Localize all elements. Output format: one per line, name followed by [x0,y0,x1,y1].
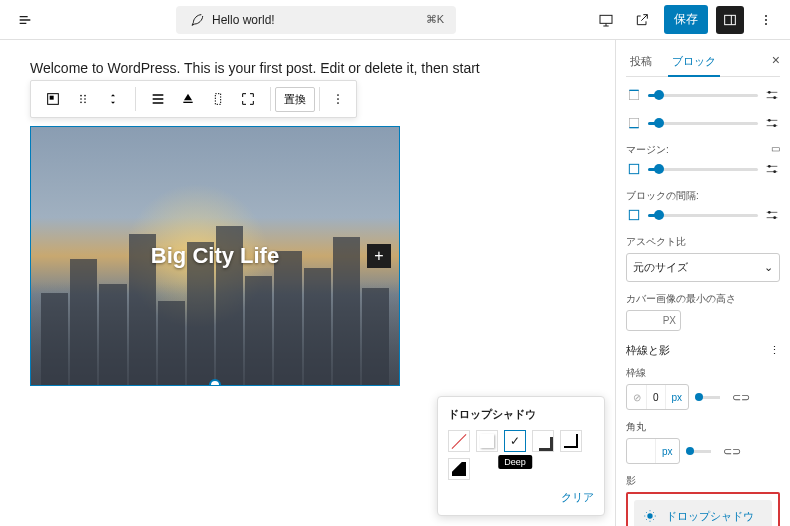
desktop-icon [598,12,614,28]
replace-media-button[interactable]: 置換 [275,87,315,112]
shadow-popover: ドロップシャドウ Deep クリア [437,396,605,516]
radius-control-row: px ⊂⊃ [626,438,780,464]
block-gap-control [626,207,780,223]
block-gap-label: ブロックの間隔: [626,189,780,203]
document-title-bar[interactable]: Hello world! ⌘K [176,6,456,34]
margin-control [626,161,780,177]
settings-sliders-icon[interactable] [764,161,780,177]
move-button[interactable] [99,85,127,113]
svg-rect-0 [600,15,612,23]
radius-slider[interactable] [686,450,711,453]
svg-rect-6 [50,96,54,100]
svg-point-30 [647,513,652,518]
shadow-popover-title: ドロップシャドウ [448,407,594,422]
radius-label: 角丸 [626,420,780,434]
side-bottom-icon [626,115,642,131]
settings-sliders-icon[interactable] [764,87,780,103]
cover-block[interactable]: Big City Life + [30,126,400,386]
post-intro-text[interactable]: Welcome to WordPress. This is your first… [30,60,585,76]
chevron-down-icon: ⌄ [764,261,773,274]
range-slider[interactable] [648,214,758,217]
add-block-button[interactable]: + [367,244,391,268]
unlink-sides-icon[interactable]: ▭ [771,143,780,154]
document-title: Hello world! [212,13,275,27]
shadow-swatch-outlined[interactable] [560,430,582,452]
border-width-slider[interactable] [695,396,720,399]
shadow-swatch-crisp[interactable] [448,458,470,480]
link-sides-icon[interactable]: ⊂⊃ [732,391,750,404]
feather-icon [188,12,204,28]
shadow-tooltip: Deep [498,455,532,469]
aspect-ratio-select[interactable]: 元のサイズ ⌄ [626,253,780,282]
block-type-button[interactable] [39,85,67,113]
gap-icon [626,207,642,223]
svg-rect-24 [629,164,638,173]
drop-shadow-button[interactable]: ドロップシャドウ [634,500,772,526]
padding-top-control [626,87,780,103]
save-button[interactable]: 保存 [664,5,708,34]
shadow-swatches: Deep [448,430,594,480]
aspect-ratio-label: アスペクト比 [626,235,780,249]
shadow-swatch-none[interactable] [448,430,470,452]
side-all-icon [626,161,642,177]
min-height-input[interactable] [626,310,681,331]
svg-point-25 [768,165,771,168]
side-top-icon [626,87,642,103]
svg-point-9 [80,98,82,100]
shadow-clear-button[interactable]: クリア [448,490,594,505]
editor-canvas[interactable]: Welcome to WordPress. This is your first… [0,40,615,526]
external-link-button[interactable] [628,6,656,34]
view-desktop-button[interactable] [592,6,620,34]
settings-sidebar-toggle[interactable] [716,6,744,34]
kebab-icon [330,91,346,107]
shadow-swatch-deep[interactable]: Deep [504,430,526,452]
range-slider[interactable] [648,94,758,97]
border-control-row: ⊘ 0 px ⊂⊃ [626,384,780,410]
block-more-button[interactable] [324,85,352,113]
settings-sidebar: 投稿 ブロック × マージン: ▭ ブロックの間隔: アスペクト比 [615,40,790,526]
shadow-swatch-sharp[interactable] [532,430,554,452]
settings-sliders-icon[interactable] [764,207,780,223]
border-width-input[interactable]: ⊘ 0 px [626,384,689,410]
shadow-button-highlight: ドロップシャドウ [626,492,780,526]
section-menu-button[interactable]: ⋮ [769,344,780,357]
shadow-swatch-natural[interactable] [476,430,498,452]
sidebar-close-button[interactable]: × [772,52,780,68]
range-slider[interactable] [648,168,758,171]
svg-rect-13 [183,102,192,103]
range-slider[interactable] [648,122,758,125]
radius-input[interactable]: px [626,438,680,464]
resize-handle[interactable] [209,379,221,386]
radius-unit[interactable]: px [655,439,679,463]
aspect-ratio-value: 元のサイズ [633,260,688,275]
content-position-button[interactable] [174,85,202,113]
more-options-button[interactable] [752,6,780,34]
link-sides-icon[interactable]: ⊂⊃ [723,445,741,458]
svg-rect-27 [629,210,638,219]
svg-point-3 [765,19,767,21]
settings-sliders-icon[interactable] [764,115,780,131]
shadow-icon [642,508,658,524]
cover-title-text[interactable]: Big City Life [151,243,279,269]
border-width-unit[interactable]: px [665,385,689,409]
svg-point-7 [80,95,82,97]
svg-point-19 [768,91,771,94]
top-bar: Hello world! ⌘K 保存 [0,0,790,40]
tab-post[interactable]: 投稿 [626,48,656,76]
svg-point-28 [768,211,771,214]
svg-point-15 [337,94,339,96]
drag-handle-button[interactable] [69,85,97,113]
border-style-circle-icon[interactable]: ⊘ [627,385,647,409]
svg-rect-18 [629,90,638,99]
command-shortcut: ⌘K [426,13,444,26]
svg-rect-21 [629,118,638,127]
padding-bottom-control [626,115,780,131]
shadow-section-label: 影 [626,474,780,488]
tab-block[interactable]: ブロック [668,48,720,77]
menu-toggle-button[interactable] [11,6,39,34]
align-button[interactable] [144,85,172,113]
fullscreen-button[interactable] [234,85,262,113]
move-arrows-icon [105,91,121,107]
sidebar-tabs: 投稿 ブロック × [626,48,780,77]
fullheight-button[interactable] [204,85,232,113]
